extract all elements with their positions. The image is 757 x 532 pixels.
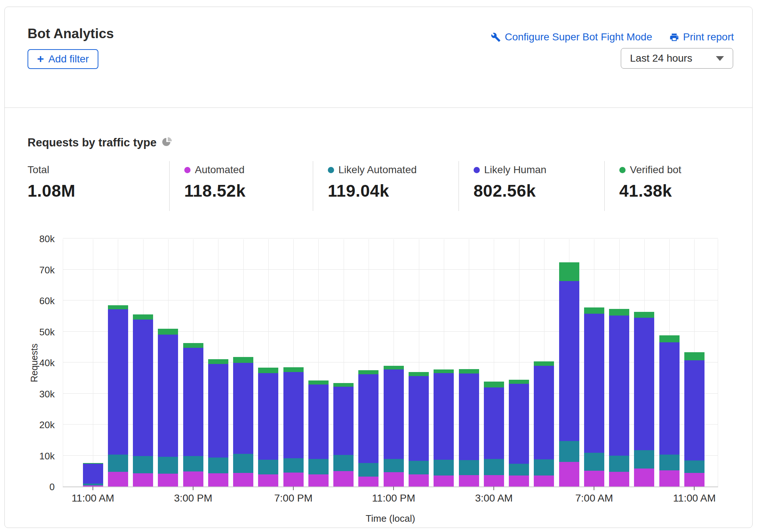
- x-tick-label: 3:00 AM: [453, 492, 534, 504]
- v-gridline: [93, 239, 93, 487]
- stacked-bar-hour-3[interactable]: [158, 329, 178, 487]
- x-tick-label: 7:00 PM: [253, 492, 334, 504]
- add-filter-label: Add filter: [48, 53, 89, 65]
- bar-segment-verified-bot: [333, 383, 354, 387]
- stat-label: Likely Automated: [338, 164, 417, 176]
- x-tick: [193, 487, 193, 490]
- bar-segment-verified-bot: [684, 352, 705, 360]
- stacked-bar-hour-0[interactable]: [83, 463, 103, 487]
- bar-segment-verified-bot: [459, 369, 479, 374]
- stacked-bar-hour-7[interactable]: [258, 368, 278, 487]
- bar-segment-verified-bot: [559, 262, 579, 281]
- v-gridline: [63, 239, 63, 487]
- stacked-bar-hour-18[interactable]: [534, 361, 554, 487]
- print-report-link[interactable]: Print report: [669, 31, 734, 43]
- stacked-bar-hour-20[interactable]: [584, 307, 604, 487]
- x-tick: [594, 487, 594, 490]
- time-range-dropdown[interactable]: Last 24 hours: [621, 48, 733, 69]
- stacked-bar-hour-19[interactable]: [559, 262, 579, 487]
- bot-analytics-card: Bot Analytics Configure Super Bot Fight …: [4, 7, 753, 528]
- stacked-bar-hour-23[interactable]: [659, 335, 680, 487]
- y-tick-label: 10k: [18, 451, 55, 462]
- stacked-bar-hour-21[interactable]: [609, 309, 629, 487]
- bar-segment-likely-automated: [183, 456, 203, 471]
- bar-segment-automated: [584, 471, 604, 487]
- stacked-bar-hour-22[interactable]: [634, 312, 654, 487]
- h-gridline: [63, 238, 718, 238]
- stacked-bar-hour-13[interactable]: [409, 372, 429, 487]
- stat-value: 1.08M: [28, 181, 169, 201]
- bar-segment-likely-automated: [158, 457, 178, 474]
- stacked-bar-hour-9[interactable]: [308, 380, 329, 487]
- stacked-bar-hour-6[interactable]: [233, 357, 253, 487]
- stacked-bar-hour-1[interactable]: [108, 305, 128, 487]
- stat-likely-automated[interactable]: Likely Automated119.04k: [313, 161, 459, 211]
- bar-segment-automated: [609, 472, 629, 487]
- stacked-bar-hour-15[interactable]: [459, 369, 479, 487]
- bar-segment-verified-bot: [509, 380, 529, 384]
- x-tick-label: 11:00 PM: [353, 492, 434, 504]
- bar-segment-verified-bot: [183, 343, 203, 348]
- bar-segment-likely-automated: [584, 453, 604, 471]
- header-divider: [5, 108, 752, 108]
- bar-segment-automated: [659, 470, 680, 487]
- bar-segment-likely-human: [108, 309, 128, 455]
- add-filter-button[interactable]: + Add filter: [28, 49, 98, 69]
- bar-segment-automated: [183, 471, 203, 487]
- configure-super-bot-fight-mode-link[interactable]: Configure Super Bot Fight Mode: [491, 31, 652, 43]
- bar-segment-likely-human: [509, 384, 529, 464]
- stat-automated[interactable]: Automated118.52k: [169, 161, 313, 211]
- bar-segment-likely-human: [659, 342, 680, 455]
- legend-dot: [184, 167, 191, 173]
- stacked-bar-hour-14[interactable]: [434, 369, 454, 487]
- x-tick: [493, 487, 494, 490]
- bar-segment-likely-human: [358, 374, 378, 463]
- requests-stacked-bar-chart: Requests Time (local) 010k20k30k40k50k60…: [63, 239, 718, 487]
- print-link-label: Print report: [683, 31, 734, 43]
- legend-dot: [619, 167, 626, 173]
- stacked-bar-hour-5[interactable]: [208, 359, 228, 487]
- bar-segment-likely-automated: [133, 456, 153, 473]
- stat-verified-bot[interactable]: Verified bot41.38k: [604, 161, 739, 211]
- stacked-bar-hour-17[interactable]: [509, 380, 529, 487]
- bar-segment-verified-bot: [258, 368, 278, 373]
- bar-segment-automated: [534, 475, 554, 487]
- y-tick-label: 70k: [18, 265, 55, 276]
- y-tick-label: 50k: [18, 327, 55, 338]
- bar-segment-verified-bot: [434, 369, 454, 373]
- stat-total[interactable]: Total1.08M: [28, 161, 169, 211]
- stacked-bar-hour-16[interactable]: [484, 382, 504, 487]
- stacked-bar-hour-2[interactable]: [133, 314, 153, 487]
- x-tick: [93, 487, 93, 490]
- legend-dot: [474, 167, 480, 173]
- stacked-bar-hour-12[interactable]: [384, 366, 404, 487]
- stacked-bar-hour-24[interactable]: [684, 352, 705, 487]
- bar-segment-likely-automated: [634, 450, 654, 469]
- bar-segment-likely-automated: [358, 463, 378, 477]
- bar-segment-likely-human: [459, 374, 479, 460]
- wrench-icon: [491, 32, 501, 42]
- bar-segment-likely-human: [83, 464, 103, 483]
- bar-segment-automated: [384, 472, 404, 487]
- bar-segment-likely-human: [233, 363, 253, 454]
- x-tick: [694, 487, 695, 490]
- stacked-bar-hour-10[interactable]: [333, 383, 354, 487]
- stat-label: Likely Human: [484, 164, 547, 176]
- bar-segment-automated: [559, 462, 579, 487]
- bar-segment-likely-automated: [233, 454, 253, 473]
- bar-segment-likely-automated: [208, 458, 228, 473]
- bar-segment-likely-automated: [659, 455, 680, 470]
- bar-segment-automated: [283, 473, 304, 487]
- bar-segment-likely-human: [434, 373, 454, 460]
- stacked-bar-hour-11[interactable]: [358, 370, 378, 487]
- bar-segment-likely-automated: [609, 456, 629, 472]
- bar-segment-automated: [108, 472, 128, 487]
- stacked-bar-hour-8[interactable]: [283, 367, 304, 487]
- page-title: Bot Analytics: [28, 26, 114, 41]
- bar-segment-likely-human: [534, 366, 554, 459]
- bar-segment-likely-human: [283, 372, 304, 458]
- stat-likely-human[interactable]: Likely Human802.56k: [459, 161, 604, 211]
- bar-segment-likely-automated: [534, 459, 554, 475]
- stacked-bar-hour-4[interactable]: [183, 343, 203, 487]
- pie-chart-icon: [162, 137, 172, 149]
